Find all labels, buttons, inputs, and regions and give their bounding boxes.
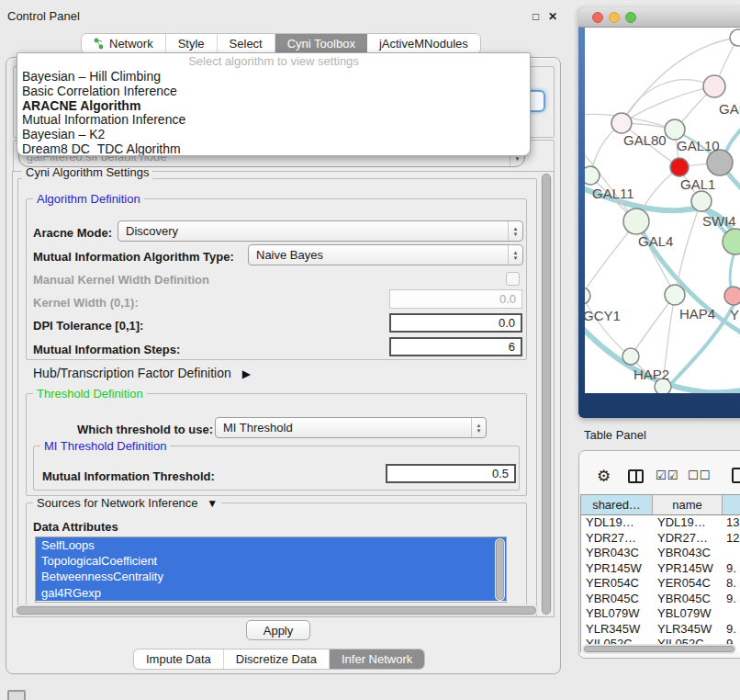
- algorithm-option[interactable]: Basic Correlation Inference: [17, 85, 530, 99]
- table-cell[interactable]: YPR145W: [581, 561, 653, 577]
- network-canvas[interactable]: GALGAL80GAL10GAL1GAL11SWI4GAL4GCY1HAP4YH…: [585, 28, 740, 393]
- table-cell[interactable]: 9.: [723, 622, 740, 638]
- table-cell[interactable]: YBL079W: [581, 606, 653, 622]
- table-cell[interactable]: 13: [723, 515, 740, 531]
- table-horizontal-scrollbar[interactable]: [582, 644, 736, 654]
- split-columns-icon[interactable]: [628, 469, 644, 483]
- column-header-shared-name[interactable]: shared…: [581, 495, 653, 514]
- minimize-traffic-light[interactable]: [609, 12, 620, 23]
- table-cell[interactable]: YLR345W: [581, 622, 653, 638]
- table-cell[interactable]: YDL19…: [653, 515, 723, 531]
- float-window-icon[interactable]: □: [533, 10, 539, 23]
- network-node[interactable]: [730, 29, 740, 46]
- tab-cyni-toolbox[interactable]: Cyni Toolbox: [275, 34, 367, 53]
- settings-vertical-scrollbar[interactable]: [541, 173, 552, 615]
- table-row[interactable]: YLR345WYLR345W9.: [581, 622, 740, 638]
- table-row[interactable]: YER054CYER054C8.: [581, 576, 740, 592]
- table-row[interactable]: YPR145WYPR145W9.: [581, 561, 740, 577]
- column-header-cut[interactable]: [723, 495, 740, 514]
- data-attribute-item[interactable]: TopologicalCoefficient: [36, 553, 506, 569]
- screen: Control Panel □ ✕ Network Style Select C…: [0, 0, 740, 700]
- tab-label: Cyni Toolbox: [287, 37, 355, 51]
- node-label: HAP2: [633, 367, 669, 382]
- node-table: shared… name YDL19…YDL19…13YDR27…YDR27…1…: [580, 494, 740, 652]
- table-cell[interactable]: YDL19…: [581, 515, 653, 531]
- network-node[interactable]: [665, 119, 685, 140]
- table-cell[interactable]: YLR345W: [653, 622, 723, 638]
- table-cell[interactable]: 8.: [723, 576, 740, 592]
- zoom-traffic-light[interactable]: [625, 12, 636, 23]
- data-attribute-item[interactable]: BetweennessCentrality: [36, 569, 506, 584]
- algorithm-option[interactable]: Bayesian – Hill Climbing: [17, 70, 530, 85]
- table-cell[interactable]: YDR27…: [653, 531, 723, 547]
- table-cell[interactable]: YBR043C: [581, 546, 653, 561]
- hub-definition-toggle[interactable]: Hub/Transcription Factor Definition ▶: [33, 366, 251, 380]
- table-row[interactable]: YDR27…YDR27…12: [581, 531, 740, 547]
- data-attribute-item[interactable]: SelfLoops: [36, 537, 506, 553]
- network-node[interactable]: [622, 348, 639, 365]
- close-icon[interactable]: ✕: [548, 10, 557, 23]
- table-row[interactable]: YBR045CYBR045C9.: [581, 592, 740, 607]
- tab-impute-data[interactable]: Impute Data: [134, 649, 224, 669]
- algorithm-option[interactable]: Dream8 DC_TDC Algorithm: [17, 142, 530, 156]
- algorithm-option[interactable]: Mutual Information Inference: [17, 113, 530, 128]
- table-cell[interactable]: YPR145W: [653, 561, 723, 577]
- network-node[interactable]: [670, 158, 689, 176]
- network-edge[interactable]: [585, 221, 636, 296]
- table-function-icon[interactable]: [732, 468, 740, 483]
- tab-infer-network[interactable]: Infer Network: [330, 649, 424, 669]
- tab-jactivemnodules[interactable]: jActiveMNodules: [367, 34, 480, 53]
- node-label: Y: [730, 307, 739, 322]
- algorithm-option[interactable]: Bayesian – K2: [17, 128, 530, 142]
- deselect-all-boxes-icon[interactable]: ☐☐: [688, 469, 711, 482]
- table-cell[interactable]: YBR043C: [653, 546, 723, 561]
- gear-icon[interactable]: ⚙: [597, 467, 611, 486]
- network-node[interactable]: [623, 209, 649, 234]
- table-row[interactable]: YDL19…YDL19…13: [581, 515, 740, 531]
- network-node[interactable]: [585, 288, 590, 304]
- network-edge[interactable]: [622, 86, 714, 123]
- table-cell[interactable]: [723, 606, 740, 622]
- tab-style[interactable]: Style: [166, 34, 218, 53]
- data-attribute-item[interactable]: gal4RGexp: [36, 585, 506, 601]
- table-cell[interactable]: YER054C: [581, 576, 653, 592]
- table-cell[interactable]: YER054C: [653, 576, 723, 592]
- algorithm-definition-title: Algorithm Definition: [33, 192, 144, 206]
- table-cell[interactable]: YBR045C: [653, 592, 723, 607]
- table-cell[interactable]: 12: [723, 531, 740, 547]
- table-row[interactable]: YBR043CYBR043C: [581, 546, 740, 561]
- tab-network[interactable]: Network: [82, 34, 166, 53]
- list-scrollbar[interactable]: [495, 538, 505, 601]
- tab-label: Impute Data: [146, 652, 211, 666]
- table-cell[interactable]: YDR27…: [581, 531, 653, 547]
- network-node[interactable]: [724, 287, 740, 305]
- network-node[interactable]: [703, 75, 725, 97]
- table-cell[interactable]: YBR045C: [581, 592, 653, 607]
- column-header-name[interactable]: name: [653, 495, 723, 514]
- close-traffic-light[interactable]: [592, 12, 603, 23]
- table-row[interactable]: YBL079WYBL079W: [581, 606, 740, 622]
- network-edge[interactable]: [585, 296, 631, 356]
- network-edge[interactable]: [631, 295, 675, 356]
- network-node[interactable]: [707, 150, 733, 175]
- settings-horizontal-scrollbar[interactable]: [15, 604, 538, 616]
- table-cell[interactable]: [723, 546, 740, 561]
- select-all-checks-icon[interactable]: ☑☑: [656, 469, 678, 482]
- network-node[interactable]: [611, 113, 632, 133]
- network-icon: [94, 38, 105, 50]
- algorithm-option[interactable]: ARACNE Algorithm: [17, 99, 530, 114]
- network-node[interactable]: [585, 166, 600, 185]
- table-cell[interactable]: YBL079W: [653, 606, 723, 622]
- network-window-titlebar[interactable]: [578, 7, 740, 28]
- apply-button[interactable]: Apply: [246, 620, 310, 640]
- minimized-panel-icon[interactable]: [7, 690, 26, 700]
- tab-discretize-data[interactable]: Discretize Data: [224, 649, 330, 669]
- network-node[interactable]: [691, 191, 712, 211]
- sources-group-title[interactable]: Sources for Network Inference ▼: [33, 496, 221, 510]
- tab-select[interactable]: Select: [218, 34, 275, 53]
- data-attributes-list[interactable]: SelfLoopsTopologicalCoefficientBetweenne…: [35, 536, 507, 603]
- network-node[interactable]: [665, 285, 685, 305]
- table-cell[interactable]: 9.: [723, 592, 740, 607]
- table-cell[interactable]: 9.: [723, 561, 740, 577]
- node-label: SWI4: [702, 213, 736, 229]
